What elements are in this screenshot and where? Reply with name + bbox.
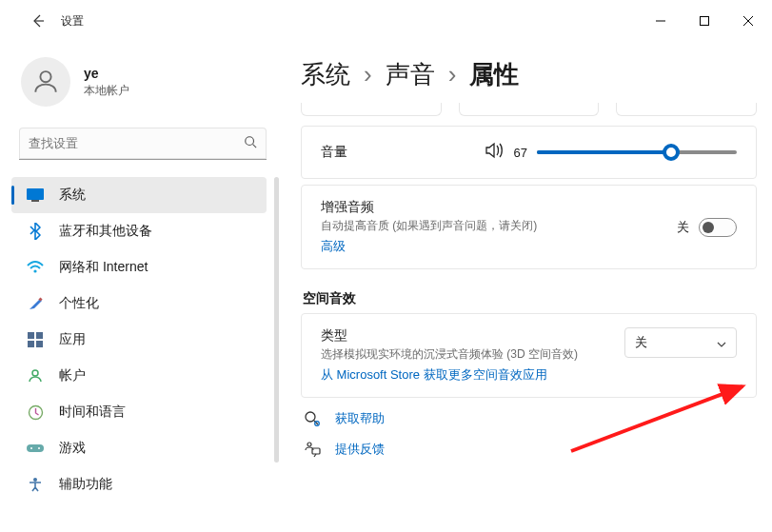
spatial-type-select[interactable]: 关 [624, 327, 737, 358]
svg-point-17 [306, 412, 315, 422]
sidebar: ye 本地帐户 系统 蓝牙和其他设备 [0, 42, 286, 532]
enhance-audio-card: 增强音频 自动提高音质 (如果遇到声音问题，请关闭) 高级 关 [301, 185, 757, 269]
svg-point-1 [40, 71, 50, 82]
volume-value: 67 [514, 146, 527, 160]
sidebar-item-personalization[interactable]: 个性化 [11, 286, 267, 322]
breadcrumb-sound[interactable]: 声音 [386, 58, 435, 91]
svg-rect-4 [31, 200, 39, 202]
enhance-advanced-link[interactable]: 高级 [321, 238, 537, 255]
app-title: 设置 [61, 13, 84, 30]
apps-icon [27, 331, 44, 348]
sidebar-item-apps[interactable]: 应用 [11, 322, 267, 358]
gaming-icon [27, 440, 44, 457]
arrow-left-icon [30, 13, 46, 29]
window-maximize-button[interactable] [683, 6, 726, 36]
minimize-icon [656, 16, 665, 26]
accounts-icon [27, 367, 44, 384]
sidebar-item-accounts[interactable]: 帐户 [11, 358, 267, 394]
enhance-toggle[interactable] [699, 218, 737, 237]
get-help-link[interactable]: 获取帮助 [335, 410, 385, 427]
accessibility-icon [27, 476, 44, 493]
enhance-title: 增强音频 [321, 199, 537, 216]
sidebar-item-accessibility[interactable]: 辅助功能 [11, 466, 267, 502]
main-content: 系统 › 声音 › 属性 音量 67 [286, 42, 772, 532]
sidebar-item-network[interactable]: 网络和 Internet [11, 249, 267, 286]
svg-rect-10 [36, 341, 43, 347]
spatial-type-label: 类型 [321, 327, 578, 345]
speaker-icon[interactable] [485, 142, 505, 163]
svg-point-15 [38, 447, 40, 449]
account-type: 本地帐户 [84, 83, 129, 99]
sidebar-item-time-language[interactable]: 时间和语言 [11, 394, 267, 430]
svg-rect-7 [28, 332, 34, 339]
person-icon [30, 67, 61, 97]
search-icon [244, 135, 257, 152]
wifi-icon [27, 259, 44, 276]
close-icon [743, 16, 753, 26]
svg-point-14 [30, 447, 32, 449]
spatial-type-card: 类型 选择模拟现实环境的沉浸式音频体验 (3D 空间音效) 从 Microsof… [301, 313, 757, 398]
breadcrumb-properties: 属性 [469, 58, 519, 91]
chevron-right-icon: › [448, 60, 457, 89]
spatial-type-selected: 关 [635, 334, 647, 351]
account-block[interactable]: ye 本地帐户 [8, 48, 278, 128]
sidebar-item-label: 辅助功能 [59, 476, 112, 493]
feedback-link[interactable]: 提供反馈 [335, 441, 385, 458]
sidebar-item-label: 系统 [59, 187, 86, 204]
back-button[interactable] [29, 11, 48, 30]
avatar [21, 57, 70, 107]
volume-slider[interactable] [537, 143, 737, 162]
sidebar-item-label: 个性化 [59, 295, 99, 312]
chevron-down-icon [717, 336, 726, 350]
help-icon [303, 409, 322, 428]
paintbrush-icon [27, 295, 44, 312]
sidebar-item-gaming[interactable]: 游戏 [11, 430, 267, 466]
spatial-type-desc: 选择模拟现实环境的沉浸式音频体验 (3D 空间音效) [321, 346, 578, 363]
svg-point-11 [32, 370, 38, 376]
sidebar-item-label: 网络和 Internet [59, 259, 148, 276]
svg-rect-8 [36, 332, 43, 339]
sidebar-item-label: 游戏 [59, 440, 86, 457]
account-name: ye [84, 66, 129, 81]
spatial-section-title: 空间音效 [303, 290, 755, 307]
title-bar: 设置 [0, 0, 772, 42]
chevron-right-icon: › [364, 60, 372, 89]
sidebar-item-label: 蓝牙和其他设备 [59, 223, 152, 240]
window-close-button[interactable] [726, 6, 770, 36]
previous-cards-edge [301, 103, 757, 120]
search-input[interactable] [19, 128, 267, 160]
svg-rect-13 [27, 444, 44, 452]
breadcrumb: 系统 › 声音 › 属性 [301, 49, 757, 99]
window-minimize-button[interactable] [639, 6, 683, 36]
svg-point-19 [307, 443, 311, 446]
search-box[interactable] [19, 128, 267, 160]
sidebar-item-system[interactable]: 系统 [11, 177, 267, 213]
enhance-toggle-state: 关 [677, 219, 689, 236]
sidebar-scrollbar[interactable] [274, 177, 279, 463]
svg-rect-0 [701, 17, 709, 26]
sidebar-item-label: 应用 [59, 331, 86, 348]
svg-point-16 [33, 478, 37, 482]
spatial-store-link[interactable]: 从 Microsoft Store 获取更多空间音效应用 [321, 366, 578, 384]
volume-card: 音量 67 [301, 126, 757, 179]
svg-point-5 [33, 269, 36, 272]
system-icon [27, 187, 44, 204]
clock-globe-icon [27, 404, 44, 421]
feedback-icon [303, 440, 322, 459]
sidebar-item-label: 帐户 [59, 367, 86, 384]
enhance-subtitle: 自动提高音质 (如果遇到声音问题，请关闭) [321, 218, 537, 234]
volume-label: 音量 [321, 144, 347, 161]
sidebar-item-bluetooth[interactable]: 蓝牙和其他设备 [11, 213, 267, 249]
breadcrumb-system[interactable]: 系统 [301, 58, 350, 91]
svg-rect-9 [28, 341, 34, 347]
svg-rect-3 [27, 188, 44, 200]
sidebar-item-label: 时间和语言 [59, 404, 126, 421]
svg-point-2 [246, 137, 254, 146]
maximize-icon [700, 16, 709, 26]
bluetooth-icon [27, 223, 44, 240]
nav-list: 系统 蓝牙和其他设备 网络和 Internet 个性化 应用 [8, 177, 278, 502]
